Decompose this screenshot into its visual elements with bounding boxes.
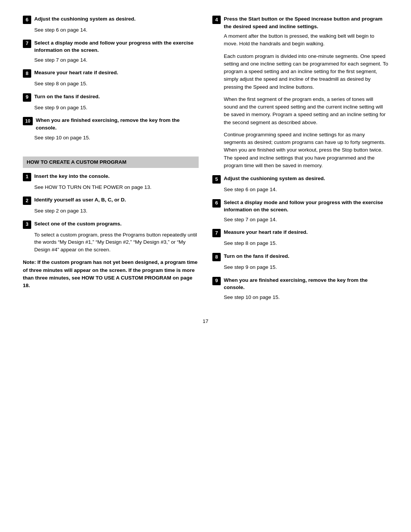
section-header-label: HOW TO CREATE A CUSTOM PROGRAM xyxy=(23,157,199,168)
custom-step-1-heading: Insert the key into the console. xyxy=(34,173,110,180)
right-step-badge-6: 6 xyxy=(212,199,221,208)
page-number: 17 xyxy=(23,318,388,325)
right-step-9-heading: When you are finished exercising, remove… xyxy=(224,276,388,291)
step-9-block: 9 Turn on the fans if desired. See step … xyxy=(23,93,199,112)
right-step-7-heading: Measure your heart rate if desired. xyxy=(224,228,308,236)
right-step-9-block: 9 When you are finished exercising, remo… xyxy=(212,276,388,301)
right-step-badge-4: 4 xyxy=(212,16,221,24)
right-step-7-block: 7 Measure your heart rate if desired. Se… xyxy=(212,228,388,247)
right-column: 4 Press the Start button or the Speed in… xyxy=(212,15,388,306)
custom-step-2-heading: Identify yourself as user A, B, C, or D. xyxy=(34,196,126,204)
right-step-6-block: 6 Select a display mode and follow your … xyxy=(212,199,388,224)
right-step-4-paras: A moment after the button is pressed, th… xyxy=(224,32,388,169)
custom-step-3-heading: Select one of the custom programs. xyxy=(34,220,122,228)
right-step-4-heading: Press the Start button or the Speed incr… xyxy=(224,15,388,30)
step-7-heading: Select a display mode and follow your pr… xyxy=(34,39,199,54)
custom-step-badge-1: 1 xyxy=(23,173,31,181)
right-step-6-heading: Select a display mode and follow your pr… xyxy=(224,199,388,214)
step-badge-10: 10 xyxy=(23,117,33,125)
right-step-7-sub: See step 8 on page 15. xyxy=(224,240,388,247)
right-step-badge-9: 9 xyxy=(212,277,221,285)
step-badge-8: 8 xyxy=(23,69,31,78)
custom-step-3-sub: To select a custom program, press the Pr… xyxy=(34,231,199,254)
right-step-5-block: 5 Adjust the cushioning system as desire… xyxy=(212,175,388,193)
right-step-8-block: 8 Turn on the fans if desired. See step … xyxy=(212,252,388,271)
custom-step-1-block: 1 Insert the key into the console. See H… xyxy=(23,173,199,191)
custom-program-note: Note: If the custom program has not yet … xyxy=(23,259,199,289)
right-step-9-sub: See step 10 on page 15. xyxy=(224,294,388,301)
section-header-custom-program: HOW TO CREATE A CUSTOM PROGRAM xyxy=(23,157,199,168)
step-8-heading: Measure your heart rate if desired. xyxy=(34,69,118,77)
step-10-sub: See step 10 on page 15. xyxy=(34,134,199,142)
step-badge-6: 6 xyxy=(23,16,31,24)
right-step-badge-7: 7 xyxy=(212,229,221,237)
custom-step-badge-2: 2 xyxy=(23,197,31,205)
right-step-5-sub: See step 6 on page 14. xyxy=(224,186,388,193)
custom-step-3-block: 3 Select one of the custom programs. To … xyxy=(23,220,199,254)
custom-step-1-sub: See HOW TO TURN ON THE POWER on page 13. xyxy=(34,184,199,191)
step4-para-1: A moment after the button is pressed, th… xyxy=(224,32,388,48)
right-step-8-sub: See step 9 on page 15. xyxy=(224,264,388,271)
step4-para-4: Continue programming speed and incline s… xyxy=(224,131,388,169)
right-step-4-block: 4 Press the Start button or the Speed in… xyxy=(212,15,388,169)
step-6-heading: Adjust the cushioning system as desired. xyxy=(34,15,135,23)
step-10-heading: When you are finished exercising, remove… xyxy=(36,117,199,131)
custom-step-badge-3: 3 xyxy=(23,220,31,229)
right-step-badge-8: 8 xyxy=(212,253,221,261)
custom-step-2-block: 2 Identify yourself as user A, B, C, or … xyxy=(23,196,199,215)
step-badge-7: 7 xyxy=(23,40,31,48)
right-step-badge-5: 5 xyxy=(212,175,221,184)
right-step-6-sub: See step 7 on page 14. xyxy=(224,216,388,224)
step-8-block: 8 Measure your heart rate if desired. Se… xyxy=(23,69,199,88)
custom-step-2-sub: See step 2 on page 13. xyxy=(34,207,199,215)
step4-para-3: When the first segment of the program en… xyxy=(224,96,388,126)
step-10-block: 10 When you are finished exercising, rem… xyxy=(23,117,199,141)
step-9-sub: See step 9 on page 15. xyxy=(34,104,199,112)
step-6-sub: See step 6 on page 14. xyxy=(34,26,199,34)
right-step-5-heading: Adjust the cushioning system as desired. xyxy=(224,175,325,182)
step-7-sub: See step 7 on page 14. xyxy=(34,56,199,64)
left-column: 6 Adjust the cushioning system as desire… xyxy=(23,15,199,306)
step-8-sub: See step 8 on page 15. xyxy=(34,80,199,88)
step4-para-2: Each custom program is divided into one-… xyxy=(224,53,388,91)
step-6-block: 6 Adjust the cushioning system as desire… xyxy=(23,15,199,34)
step-9-heading: Turn on the fans if desired. xyxy=(34,93,100,101)
right-step-8-heading: Turn on the fans if desired. xyxy=(224,252,289,260)
step-badge-9: 9 xyxy=(23,93,31,102)
step-7-block: 7 Select a display mode and follow your … xyxy=(23,39,199,64)
